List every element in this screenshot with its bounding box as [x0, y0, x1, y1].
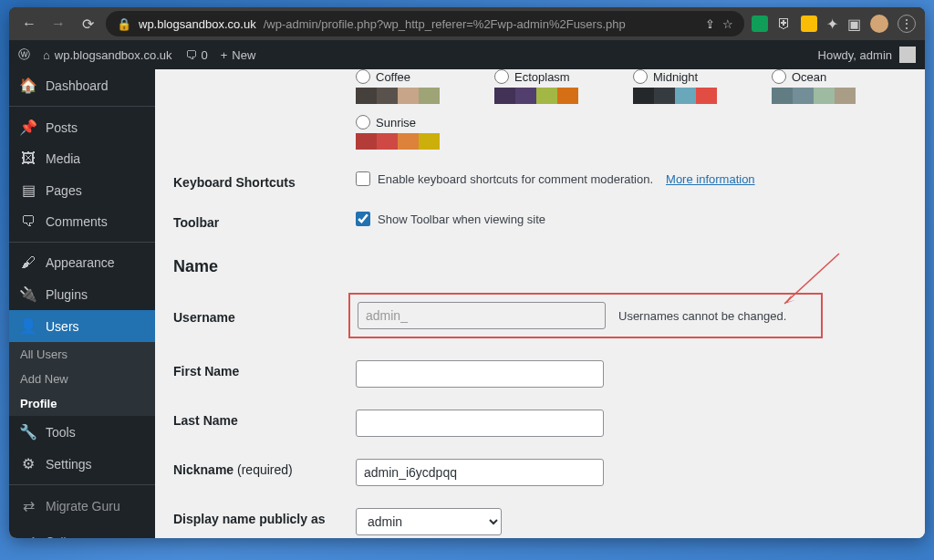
label-last-name: Last Name	[173, 410, 356, 428]
admin-sidebar: 🏠Dashboard 📌Posts 🖾Media ▤Pages 🗨Comment…	[9, 69, 155, 538]
comment-icon: 🗨	[185, 48, 197, 62]
extension-icon-2[interactable]	[801, 16, 817, 32]
scheme-midnight-palette	[633, 88, 717, 104]
sliders-icon: ⚙	[20, 455, 36, 472]
scheme-coffee-radio[interactable]	[356, 69, 370, 84]
url-path: /wp-admin/profile.php?wp_http_referer=%2…	[264, 17, 626, 31]
howdy-text[interactable]: Howdy, admin	[818, 48, 892, 62]
scheme-coffee[interactable]: Coffee	[356, 69, 440, 104]
wp-logo-icon[interactable]: ⓦ	[18, 47, 30, 63]
plug-icon: 🔌	[20, 285, 36, 303]
reload-button[interactable]: ⟳	[77, 13, 99, 35]
scheme-midnight-label: Midnight	[653, 70, 698, 84]
scheme-sunrise[interactable]: Sunrise	[356, 115, 440, 150]
scheme-coffee-label: Coffee	[376, 70, 410, 84]
site-link[interactable]: ⌂wp.blogsandbox.co.uk	[43, 48, 172, 62]
browser-toolbar: ← → ⟳ 🔒 wp.blogsandbox.co.uk/wp-admin/pr…	[9, 7, 925, 40]
menu-migrate-guru[interactable]: ⇄Migrate Guru	[9, 490, 155, 522]
scheme-ectoplasm[interactable]: Ectoplasm	[494, 69, 578, 104]
browser-menu-icon[interactable]: ⋮	[898, 15, 916, 33]
scheme-ocean[interactable]: Ocean	[772, 69, 856, 104]
scheme-sunrise-radio[interactable]	[356, 115, 370, 130]
username-input	[358, 302, 606, 329]
toolbar-checkbox[interactable]	[356, 212, 370, 226]
submenu-all-users[interactable]: All Users	[9, 342, 155, 367]
lock-icon: 🔒	[117, 17, 131, 31]
admin-avatar[interactable]	[899, 47, 916, 63]
scheme-ectoplasm-radio[interactable]	[494, 69, 509, 84]
menu-plugins[interactable]: 🔌Plugins	[9, 278, 155, 310]
username-note: Usernames cannot be changed.	[618, 309, 786, 323]
label-kb-shortcuts: Keyboard Shortcuts	[173, 171, 356, 190]
back-button[interactable]: ←	[18, 13, 40, 35]
url-bar[interactable]: 🔒 wp.blogsandbox.co.uk/wp-admin/profile.…	[106, 11, 744, 36]
last-name-input[interactable]	[356, 410, 604, 437]
profile-content: CoffeeEctoplasmMidnightOcean Sunrise Key…	[155, 69, 925, 538]
collapse-menu[interactable]: ◀Collapse menu	[9, 525, 155, 538]
scheme-sunrise-palette	[356, 133, 440, 150]
menu-media[interactable]: 🖾Media	[9, 143, 155, 174]
collapse-icon: ◀	[20, 533, 36, 538]
label-display-name: Display name publicly as	[173, 508, 356, 526]
scheme-ocean-label: Ocean	[792, 70, 826, 84]
scheme-midnight-radio[interactable]	[633, 69, 648, 84]
menu-users[interactable]: 👤Users	[9, 310, 155, 342]
forward-button[interactable]: →	[47, 13, 69, 35]
puzzle-icon[interactable]: ✦	[826, 16, 838, 33]
extension-icon-1[interactable]	[752, 16, 768, 32]
plus-icon: +	[221, 48, 228, 62]
label-username: Username	[173, 306, 356, 325]
nickname-input[interactable]	[356, 459, 604, 486]
toolbar-option[interactable]: Show Toolbar when viewing site	[356, 212, 545, 226]
star-icon[interactable]: ☆	[722, 17, 733, 31]
menu-appearance[interactable]: 🖌Appearance	[9, 247, 155, 278]
menu-tools[interactable]: 🔧Tools	[9, 416, 155, 448]
label-toolbar: Toolbar	[173, 212, 356, 230]
first-name-input[interactable]	[356, 360, 604, 388]
url-domain: wp.blogsandbox.co.uk	[139, 17, 256, 31]
new-link[interactable]: +New	[221, 48, 256, 62]
scheme-ectoplasm-label: Ectoplasm	[514, 70, 570, 84]
display-name-select[interactable]: admin	[356, 508, 502, 535]
share-icon[interactable]: ⇪	[705, 17, 715, 31]
window-icon[interactable]: ▣	[847, 16, 861, 33]
label-nickname: Nickname (required)	[173, 459, 356, 477]
menu-comments[interactable]: 🗨Comments	[9, 206, 155, 237]
pages-icon: ▤	[20, 181, 36, 199]
annotation-arrow	[775, 249, 848, 313]
migrate-icon: ⇄	[20, 497, 36, 514]
scheme-midnight[interactable]: Midnight	[633, 69, 717, 104]
comments-icon: 🗨	[20, 213, 36, 230]
more-info-link[interactable]: More information	[666, 172, 755, 186]
menu-posts[interactable]: 📌Posts	[9, 111, 155, 143]
comments-link[interactable]: 🗨0	[185, 48, 208, 62]
scheme-ocean-palette	[772, 88, 856, 104]
user-icon: 👤	[20, 317, 36, 335]
pin-icon: 📌	[20, 119, 36, 136]
media-icon: 🖾	[20, 150, 36, 167]
kb-shortcuts-checkbox[interactable]	[356, 171, 370, 186]
menu-settings[interactable]: ⚙Settings	[9, 448, 155, 480]
home-icon: ⌂	[43, 48, 50, 62]
scheme-ocean-radio[interactable]	[772, 69, 786, 84]
scheme-ectoplasm-palette	[494, 88, 578, 104]
submenu-profile[interactable]: Profile	[9, 391, 155, 416]
scheme-coffee-palette	[356, 88, 440, 104]
menu-pages[interactable]: ▤Pages	[9, 174, 155, 206]
username-highlight: Usernames cannot be changed.	[348, 293, 823, 338]
svg-line-0	[784, 254, 839, 304]
label-first-name: First Name	[173, 360, 356, 379]
menu-dashboard[interactable]: 🏠Dashboard	[9, 69, 155, 101]
profile-avatar[interactable]	[870, 15, 888, 33]
shield-icon[interactable]: ⛨	[777, 16, 792, 32]
wrench-icon: 🔧	[20, 423, 36, 441]
scheme-sunrise-label: Sunrise	[376, 116, 416, 130]
wp-admin-bar: ⓦ ⌂wp.blogsandbox.co.uk 🗨0 +New Howdy, a…	[9, 40, 925, 69]
brush-icon: 🖌	[20, 254, 36, 271]
submenu-add-new[interactable]: Add New	[9, 367, 155, 391]
dashboard-icon: 🏠	[20, 77, 36, 94]
kb-shortcuts-option[interactable]: Enable keyboard shortcuts for comment mo…	[356, 171, 653, 186]
